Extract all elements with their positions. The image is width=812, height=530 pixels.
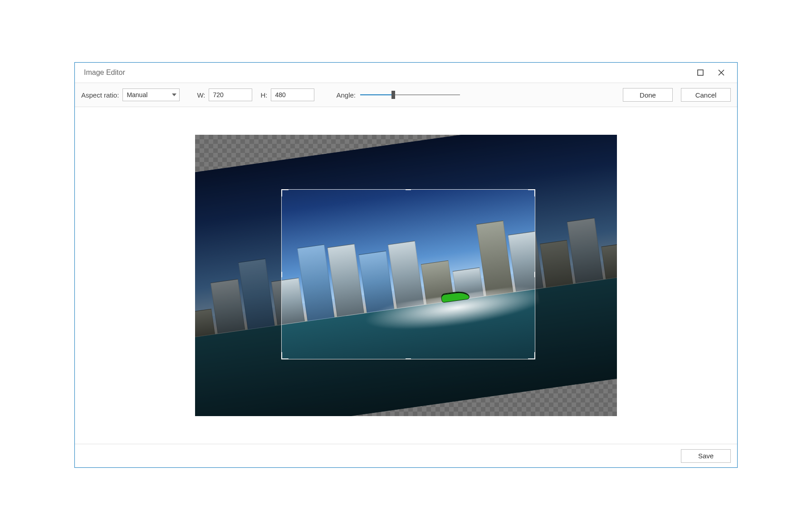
width-label: W: — [197, 91, 205, 99]
angle-label: Angle: — [336, 91, 356, 99]
maximize-icon[interactable] — [690, 63, 711, 83]
cancel-button[interactable]: Cancel — [681, 88, 731, 102]
crop-handle-bottom[interactable] — [406, 358, 411, 359]
chevron-down-icon — [172, 93, 176, 96]
aspect-ratio-label: Aspect ratio: — [81, 91, 119, 99]
angle-slider[interactable] — [360, 90, 460, 99]
done-button[interactable]: Done — [623, 88, 673, 102]
footer: Save — [75, 444, 737, 467]
close-icon[interactable] — [711, 63, 732, 83]
canvas-area — [75, 107, 737, 444]
height-input[interactable] — [271, 88, 314, 101]
crop-toolbar: Aspect ratio: Manual W: H: Angle: Done C… — [75, 83, 737, 107]
crop-rectangle[interactable] — [281, 189, 535, 359]
aspect-ratio-value: Manual — [127, 91, 147, 98]
crop-handle-bl[interactable] — [281, 352, 289, 359]
height-label: H: — [260, 91, 267, 99]
crop-handle-tl[interactable] — [281, 189, 289, 196]
image-editor-window: Image Editor Aspect ratio: Manual W: H: … — [74, 62, 738, 468]
save-button[interactable]: Save — [681, 449, 731, 463]
crop-handle-left[interactable] — [281, 272, 282, 277]
titlebar: Image Editor — [75, 63, 737, 83]
crop-handle-br[interactable] — [528, 352, 535, 359]
slider-track-active — [360, 94, 393, 95]
crop-handle-top[interactable] — [406, 189, 411, 190]
image-canvas[interactable] — [195, 135, 617, 416]
window-title: Image Editor — [84, 69, 125, 77]
slider-thumb[interactable] — [391, 91, 395, 99]
aspect-ratio-select[interactable]: Manual — [122, 88, 180, 101]
svg-rect-0 — [698, 70, 703, 75]
width-input[interactable] — [209, 88, 252, 101]
crop-handle-tr[interactable] — [528, 189, 535, 196]
crop-handle-right[interactable] — [534, 272, 535, 277]
